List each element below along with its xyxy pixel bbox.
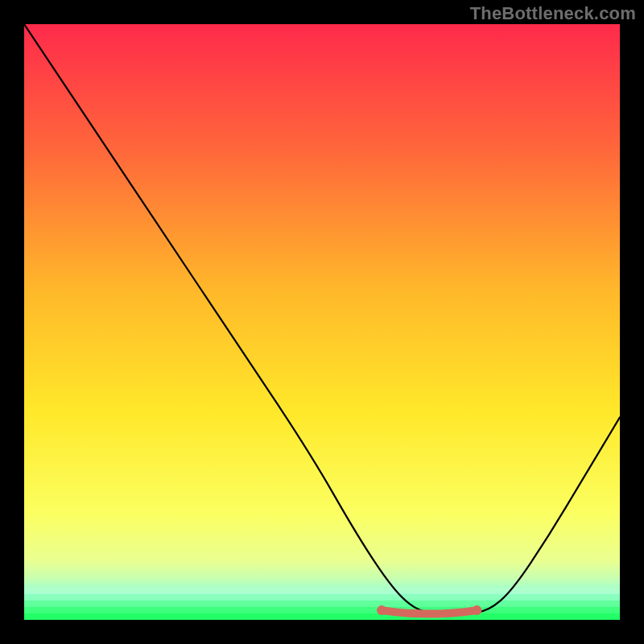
trough-marker (24, 24, 620, 620)
watermark-text: TheBottleneck.com (470, 3, 636, 24)
svg-point-6 (377, 605, 386, 615)
plot-area (24, 24, 620, 620)
svg-point-7 (472, 605, 481, 615)
chart-stage: TheBottleneck.com (0, 0, 644, 644)
